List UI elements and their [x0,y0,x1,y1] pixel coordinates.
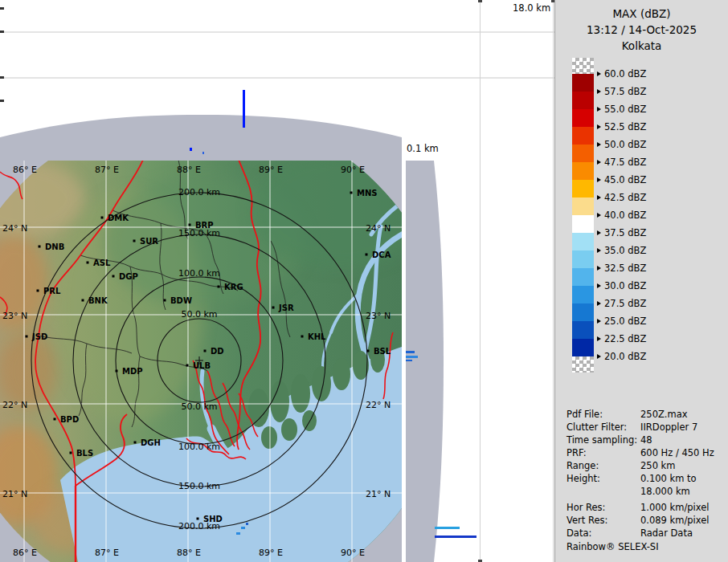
legend-entry: 57.5 dBZ [597,86,646,97]
metadata-value: 1.000 km/pixel [640,501,710,514]
station-label-BRP: BRP [195,221,214,230]
legend-value-label: 47.5 dBZ [604,157,646,168]
metadata-value: 0.100 km to [640,472,697,485]
legend-value-label: 60.0 dBZ [604,68,646,79]
legend-entry: 32.5 dBZ [597,263,646,274]
metadata-label: Time sampling: [566,434,640,446]
lon-label-top: 87° E [95,165,119,175]
station-dot-BSL [367,350,370,352]
metadata-label: Pdf File: [566,408,640,421]
lon-label-bottom: 87° E [95,548,119,558]
legend-entry: 52.5 dBZ [597,121,646,132]
legend-value-label: 42.5 dBZ [604,192,646,203]
radar-map [0,153,431,562]
legend-entry: 40.0 dBZ [597,210,646,221]
metadata-row: Vert Res:0.089 km/pixel [566,514,710,527]
lat-label-left: 22° N [2,400,27,410]
station-label-MDP: MDP [122,367,143,376]
lon-label-top: 90° E [341,165,365,175]
metadata-label: Range: [566,459,640,472]
legend-value-label: 27.5 dBZ [604,298,646,309]
lat-label-left: 23° N [2,311,27,321]
legend-value-label: 30.0 dBZ [604,280,646,291]
station-label-BDW: BDW [170,296,192,305]
metadata-label: PRF: [566,446,640,459]
min-height-label: 0.1 km [407,143,439,154]
station-label-DCA: DCA [372,250,391,259]
echo-top-view-column [243,90,245,128]
lon-label-top: 89° E [259,165,283,175]
station-dot-KRG [218,286,220,288]
station-dot-BRP [189,224,191,226]
lon-label-bottom: 88° E [177,548,201,558]
metadata-row: Height:0.100 km to [566,472,714,485]
station-label-BNK: BNK [88,296,108,305]
legend-entry: 55.0 dBZ [597,104,646,115]
legend-value-label: 25.0 dBZ [604,316,646,327]
legend-arrow-icon [597,336,601,341]
station-dot-DMK [101,217,104,219]
metadata-label [566,485,640,498]
radar-application-window: 18.0 km 0.1 km 86° E86° E87° E87° E88° E… [0,0,728,562]
legend-value-label: 35.0 dBZ [604,245,646,256]
legend-arrow-icon [597,266,601,271]
legend-value-label: 20.0 dBZ [604,351,646,362]
station-label-DGH: DGH [141,438,161,447]
station-label-BSL: BSL [374,347,391,356]
legend-arrow-icon [597,89,601,94]
metadata-label: Vert Res: [566,514,640,527]
height-axis-tick [0,76,4,79]
station-label-ASL: ASL [93,259,111,267]
metadata-row: PRF:600 Hz / 450 Hz [566,446,714,459]
lon-label-bottom: 90° E [341,548,365,558]
lat-label-right: 21° N [366,489,391,499]
station-label-SHD: SHD [203,515,223,523]
legend-entry: 47.5 dBZ [597,157,646,168]
station-dot-SUR [133,240,136,242]
station-dot-JSR [272,307,275,309]
metadata-value: 18.000 km [640,485,690,498]
lat-label-left: 24° N [2,223,27,234]
metadata-value: 0.089 km/pixel [640,514,710,527]
metadata-label: Height: [566,472,640,485]
echo-side-view [406,351,415,353]
height-axis-tick [0,100,4,102]
metadata-value: IIRDoppler 7 [640,421,697,434]
metadata-row: Time sampling:48 [566,434,714,446]
legend-arrow-icon [597,213,601,218]
legend-value-label: 55.0 dBZ [604,104,646,115]
lon-label-bottom: 86° E [13,548,37,558]
legend-entry: 60.0 dBZ [597,68,646,79]
station-dot-PRL [37,290,39,292]
station-label-JSD: JSD [31,332,47,341]
metadata-value: 250 km [640,459,675,472]
range-ring-label: 100.0 km [178,442,220,452]
axis-tick [478,0,482,2]
legend-value-label: 22.5 dBZ [604,333,646,344]
height-axis-tick [0,31,4,33]
legend-entry: 27.5 dBZ [597,298,646,309]
station-dot-BNK [82,299,84,302]
metadata-block: Pdf File:250Z.maxClutter Filter:IIRDoppl… [566,408,714,498]
station-label-DGP: DGP [119,272,138,281]
station-dot-ASL [87,262,89,264]
lon-label-top: 88° E [177,165,201,175]
range-ring-label: 50.0 km [181,309,217,320]
metadata-row: Pdf File:250Z.max [566,408,714,421]
legend-entry: 22.5 dBZ [597,333,646,344]
metadata-row: Data:Radar Data [566,527,710,540]
lon-label-top: 86° E [13,165,37,175]
station-dot-DNB [39,246,41,248]
metadata-label: Data: [566,527,640,540]
lon-label-bottom: 89° E [259,548,283,558]
lat-label-right: 24° N [366,223,391,234]
legend-arrow-icon [597,195,601,200]
station-dot-MNS [350,192,353,194]
radar-display-canvas: 18.0 km 0.1 km 86° E86° E87° E87° E88° E… [0,0,554,562]
station-dot-BDW [164,299,166,302]
station-label-BPD: BPD [60,415,79,424]
height-axis-tick [0,7,4,10]
metadata-label: Hor Res: [566,501,640,514]
metadata-value: 600 Hz / 450 Hz [640,446,714,459]
legend-value-label: 40.0 dBZ [604,210,646,221]
